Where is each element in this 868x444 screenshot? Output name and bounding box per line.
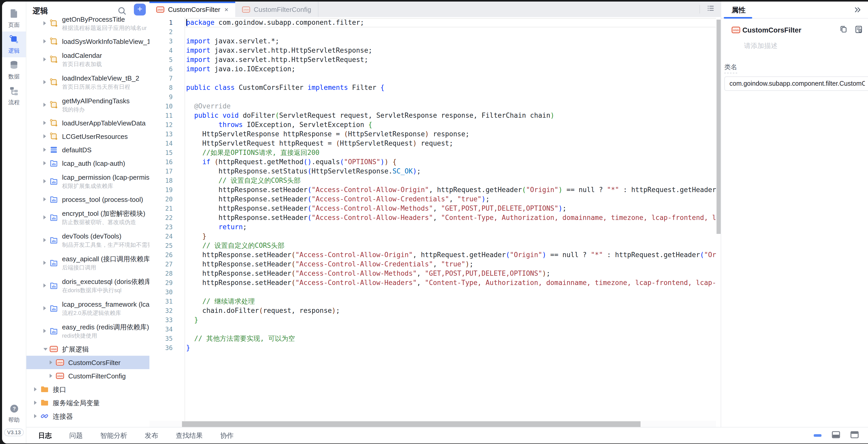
chevron-right-icon[interactable]	[34, 414, 40, 418]
code-line[interactable]: 4import javax.servlet.http.HttpServletRe…	[149, 46, 716, 55]
tree-item[interactable]: JAVACustomCorsFilter	[26, 356, 149, 369]
open-editors-list-icon[interactable]	[707, 4, 715, 14]
tree-item[interactable]: loadIndexTableView_tB_2首页日历展示当天所有日程	[26, 71, 149, 94]
chevron-right-icon[interactable]	[50, 374, 56, 378]
code-line[interactable]: 16 if (httpRequest.getMethod().equals("O…	[149, 158, 716, 167]
tree-item[interactable]: doris_executesql (doris依赖库)在doris数据库中执行s…	[26, 274, 149, 297]
code-line[interactable]: 5import javax.servlet.http.HttpServletRe…	[149, 55, 716, 65]
code-line[interactable]: 27 httpResponse.setHeader("Access-Contro…	[149, 260, 716, 269]
sidebar-item-数据[interactable]: 数据	[2, 57, 26, 83]
code-line[interactable]: 35 // 其他方法需要实现, 可以为空	[149, 334, 716, 343]
bottom-tab-协作[interactable]: 协作	[220, 431, 234, 440]
bottom-tab-日志[interactable]: 日志	[38, 431, 52, 440]
code-line[interactable]: 6import java.io.IOException;	[149, 65, 716, 74]
tree-item[interactable]: easy_redis (redis调用依赖库)redis快捷使用	[26, 319, 149, 342]
sidebar-item-逻辑[interactable]: 逻辑	[2, 32, 26, 57]
chevron-right-icon[interactable]	[43, 161, 50, 165]
tree-item[interactable]: devTools (devTools)制品开发工具集，生产环境如不需要	[26, 229, 149, 251]
bottom-tab-发布[interactable]: 发布	[145, 431, 158, 440]
chevron-right-icon[interactable]	[43, 329, 50, 333]
code-line[interactable]: 26 httpResponse.setHeader("Access-Contro…	[149, 250, 716, 260]
chevron-right-icon[interactable]	[43, 283, 50, 287]
code-line[interactable]: 22 httpResponse.setHeader("Access-Contro…	[149, 213, 716, 223]
code-content[interactable]: 1package com.goindow.subapp.component.fi…	[149, 17, 716, 421]
code-line[interactable]: 30	[149, 287, 716, 297]
code-line[interactable]: 8public class CustomCorsFilter implement…	[149, 83, 716, 93]
bottom-tab-查找结果[interactable]: 查找结果	[176, 431, 203, 440]
bottom-tab-智能分析[interactable]: 智能分析	[100, 431, 127, 440]
code-line[interactable]: 9	[149, 93, 716, 102]
close-icon[interactable]: ×	[224, 5, 228, 13]
collapse-panel-icon[interactable]	[854, 6, 862, 14]
code-line[interactable]: 12 throws IOException, ServletException …	[149, 120, 716, 130]
tree-item[interactable]: process_tool (process-tool)	[26, 193, 149, 206]
code-line[interactable]: 2	[149, 27, 716, 37]
tree-item[interactable]: lcap_auth (lcap-auth)	[26, 157, 149, 170]
code-line[interactable]: 34	[149, 325, 716, 334]
chevron-right-icon[interactable]	[43, 134, 50, 138]
chevron-right-icon[interactable]	[50, 361, 56, 365]
code-line[interactable]: 25 // 设置自定义的CORS头部	[149, 241, 716, 250]
code-line[interactable]: 32 chain.doFilter(request, response);	[149, 306, 716, 315]
code-line[interactable]: 10 @Override	[149, 102, 716, 111]
vertical-scrollbar-thumb[interactable]	[716, 20, 721, 234]
tab-properties[interactable]: 属性	[732, 6, 745, 15]
tree-item[interactable]: lcap_permission (lcap-permission)权限扩展集成依…	[26, 170, 149, 193]
code-line[interactable]: 3import javax.servlet.*;	[149, 37, 716, 46]
code-line[interactable]: 14 HttpServletRequest httpRequest = (Htt…	[149, 139, 716, 148]
horizontal-scrollbar[interactable]	[149, 421, 716, 428]
chevron-right-icon[interactable]	[43, 148, 50, 152]
tree-item[interactable]: loadCalendar首页日程表加载	[26, 48, 149, 71]
class-name-input[interactable]	[724, 76, 868, 91]
code-line[interactable]: 19 httpResponse.setHeader("Access-Contro…	[149, 185, 716, 195]
tree-item[interactable]: loadSysWorkInfoTableView_1h_5	[26, 35, 149, 48]
code-line[interactable]: 18 // 设置自定义的CORS头部	[149, 176, 716, 185]
tree-item[interactable]: easy_apicall (接口调用依赖库)后端接口调用	[26, 251, 149, 274]
chevron-right-icon[interactable]	[43, 261, 50, 265]
code-line[interactable]: 23 return;	[149, 223, 716, 232]
code-line[interactable]: 13 HttpServletResponse httpResponse = (H…	[149, 130, 716, 139]
sidebar-item-help[interactable]: ? 帮助	[8, 404, 20, 424]
chevron-down-icon[interactable]	[43, 348, 50, 350]
code-line[interactable]: 29 httpResponse.setHeader("Access-Contro…	[149, 278, 716, 287]
tree-item[interactable]: 连接器	[26, 409, 149, 423]
editor-tab-CustomCorsFilter[interactable]: JAVACustomCorsFilter×	[149, 2, 235, 17]
panel-split-icon[interactable]	[832, 431, 840, 440]
tree-item[interactable]: encrypt_tool (加密解密模块)防止数据被窃听、篡改或伪造	[26, 206, 149, 229]
copy-icon[interactable]	[840, 25, 847, 34]
detail-view-icon[interactable]	[855, 25, 863, 34]
panel-maximize-icon[interactable]	[850, 431, 859, 440]
code-line[interactable]: 1package com.goindow.subapp.component.fi…	[149, 18, 716, 27]
code-line[interactable]: 17 httpResponse.setStatus(HttpServletRes…	[149, 167, 716, 176]
tree-item[interactable]: 服务端全局变量	[26, 396, 149, 409]
tree-item[interactable]: JAVACustomFilterConfig	[26, 369, 149, 382]
editor-tab-CustomFilterConfig[interactable]: JAVACustomFilterConfig	[235, 2, 318, 17]
code-line[interactable]: 21 httpResponse.setHeader("Access-Contro…	[149, 204, 716, 213]
sidebar-item-流程[interactable]: 流程	[2, 83, 26, 109]
code-line[interactable]: 36}	[149, 343, 716, 353]
sidebar-item-页面[interactable]: 页面	[2, 6, 26, 32]
code-line[interactable]: 24 }	[149, 232, 716, 241]
code-line[interactable]: 11 public void doFilter(ServletRequest r…	[149, 111, 716, 120]
chevron-right-icon[interactable]	[43, 80, 50, 84]
chevron-right-icon[interactable]	[43, 238, 50, 242]
tree-item[interactable]: getMyAllPendingTasks我的待办	[26, 94, 149, 116]
chevron-right-icon[interactable]	[34, 401, 40, 405]
code-line[interactable]: 15 //如果是OPTIONS请求, 直接返回200	[149, 148, 716, 158]
chevron-right-icon[interactable]	[34, 387, 40, 391]
tree-item[interactable]: LCGetUserResources	[26, 130, 149, 143]
tree-item[interactable]: JAVA扩展逻辑	[26, 342, 149, 356]
tree-item[interactable]: loadUserAppTableViewData	[26, 116, 149, 130]
code-line[interactable]: 28 httpResponse.setHeader("Access-Contro…	[149, 269, 716, 278]
search-icon[interactable]	[117, 6, 127, 15]
chevron-right-icon[interactable]	[43, 21, 50, 25]
horizontal-scrollbar-thumb[interactable]	[182, 421, 641, 427]
chevron-right-icon[interactable]	[43, 103, 50, 107]
description-placeholder[interactable]: 请添加描述	[744, 41, 778, 50]
vertical-scrollbar[interactable]	[716, 17, 721, 421]
code-line[interactable]: 20 httpResponse.setHeader("Access-Contro…	[149, 195, 716, 204]
chevron-right-icon[interactable]	[43, 197, 50, 201]
chevron-right-icon[interactable]	[43, 215, 50, 219]
minimize-panel-icon[interactable]	[814, 434, 822, 437]
code-line[interactable]: 7	[149, 74, 716, 83]
